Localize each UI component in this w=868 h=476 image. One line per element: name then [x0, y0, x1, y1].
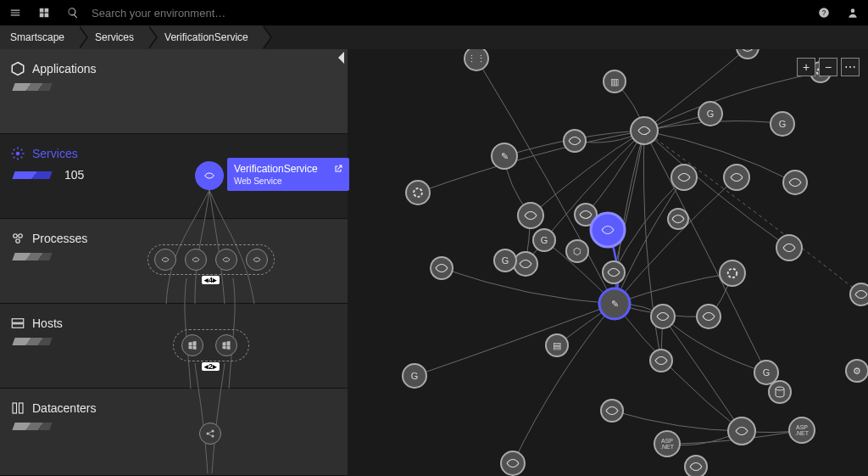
zoom-in-label: +: [803, 60, 810, 74]
topology-graph[interactable]: + − ⋯ ▥✎✎⋮⋮▤GGGGGASP.NETASP.NET⚙⬡G: [348, 49, 868, 476]
graph-edge: [644, 131, 789, 248]
graph-node[interactable]: [776, 235, 802, 260]
graph-node[interactable]: [668, 209, 688, 229]
user-button[interactable]: [844, 4, 861, 21]
zoom-in-button[interactable]: +: [797, 58, 815, 76]
graph-edge: [586, 131, 644, 215]
datacenter-node[interactable]: [199, 423, 221, 445]
svg-text:⚙: ⚙: [853, 366, 861, 376]
graph-node[interactable]: G: [403, 364, 426, 388]
graph-node[interactable]: [850, 283, 868, 305]
graph-node[interactable]: ⬡: [566, 240, 588, 262]
svg-point-23: [514, 252, 537, 276]
graph-node[interactable]: G: [698, 102, 722, 126]
layer-processes-header[interactable]: Processes: [10, 231, 125, 246]
graph-node[interactable]: [685, 456, 707, 476]
svg-rect-7: [12, 319, 24, 323]
graph-node[interactable]: [671, 165, 697, 190]
external-link-icon: [333, 164, 343, 174]
svg-point-25: [603, 261, 625, 283]
layer-label: Services: [32, 147, 78, 160]
layer-applications-header[interactable]: Applications: [10, 61, 125, 76]
graph-node[interactable]: G: [771, 112, 794, 136]
graph-node[interactable]: [783, 171, 807, 194]
svg-point-32: [724, 165, 749, 190]
layer-hosts: Hosts ◂2▸: [0, 304, 348, 389]
svg-point-33: [651, 305, 675, 328]
svg-point-44: [728, 417, 755, 445]
graph-node[interactable]: G: [754, 361, 778, 384]
topbar: ?: [0, 0, 868, 25]
svg-point-4: [14, 234, 18, 238]
tooltip-subtitle: Web Service: [234, 176, 342, 186]
graph-node[interactable]: [651, 305, 675, 328]
graph-node[interactable]: [603, 261, 625, 283]
graph-node[interactable]: ✎: [599, 288, 630, 319]
layer-stripe: [12, 338, 52, 345]
graph-node[interactable]: [769, 381, 791, 403]
tooltip-open-button[interactable]: [332, 163, 344, 175]
svg-point-22: [518, 203, 543, 228]
svg-text:G: G: [707, 109, 715, 119]
graph-node[interactable]: [431, 257, 453, 279]
layer-services-header[interactable]: Services: [10, 146, 125, 161]
datacenter-icon: [10, 400, 25, 416]
graph-node[interactable]: [631, 117, 658, 144]
graph-edge: [663, 316, 742, 431]
graph-canvas[interactable]: ▥✎✎⋮⋮▤GGGGGASP.NETASP.NET⚙⬡G: [348, 49, 868, 476]
graph-node[interactable]: [601, 400, 623, 422]
graph-edge: [415, 304, 615, 376]
layer-datacenters-header[interactable]: Datacenters: [10, 400, 125, 416]
dashboard-button[interactable]: [36, 4, 53, 21]
help-button[interactable]: ?: [815, 4, 832, 21]
graph-node[interactable]: ▤: [546, 334, 568, 356]
breadcrumb-services[interactable]: Services: [78, 25, 147, 49]
layer-applications: Applications: [0, 49, 348, 134]
graph-node[interactable]: G: [533, 229, 555, 251]
svg-point-20: [406, 181, 430, 204]
svg-point-75: [685, 456, 707, 476]
graph-node[interactable]: [650, 350, 672, 372]
layer-datacenters: Datacenters: [0, 389, 348, 476]
layer-hosts-header[interactable]: Hosts: [10, 316, 125, 331]
graph-node[interactable]: [514, 252, 537, 276]
search-area: [64, 4, 804, 21]
graph-node[interactable]: [591, 213, 625, 247]
graph-node[interactable]: [697, 305, 721, 328]
graph-node[interactable]: [724, 165, 749, 190]
graph-node[interactable]: ▥: [604, 70, 626, 92]
zoom-out-button[interactable]: −: [819, 58, 837, 76]
menu-button[interactable]: [7, 4, 24, 21]
graph-node[interactable]: ASP.NET: [654, 431, 680, 456]
breadcrumb-smartscape[interactable]: Smartscape: [0, 25, 78, 49]
svg-text:.NET: .NET: [795, 430, 810, 436]
svg-point-54: [650, 350, 672, 372]
svg-text:▤: ▤: [553, 340, 561, 350]
graph-node[interactable]: [406, 181, 430, 204]
graph-node[interactable]: [728, 417, 755, 445]
graph-node[interactable]: [720, 260, 745, 286]
search-input[interactable]: [90, 6, 344, 20]
svg-text:G: G: [779, 119, 787, 129]
graph-node[interactable]: [564, 130, 586, 152]
layer-stripe: [12, 171, 52, 179]
crumb-label: Smartscape: [10, 31, 64, 43]
graph-more-button[interactable]: ⋯: [841, 58, 860, 76]
graph-node[interactable]: [501, 451, 525, 475]
svg-point-2: [851, 8, 855, 13]
graph-node[interactable]: ⚙: [846, 360, 868, 382]
graph-node[interactable]: [518, 203, 543, 228]
graph-node[interactable]: ASP.NET: [789, 417, 815, 443]
graph-node[interactable]: G: [494, 249, 516, 272]
graph-node[interactable]: ✎: [492, 143, 517, 169]
node-tooltip: VerificationService Web Service: [227, 158, 349, 191]
crumb-label: Services: [95, 31, 134, 43]
breadcrumb-current[interactable]: VerificationService: [147, 25, 262, 49]
graph-node[interactable]: [737, 49, 759, 59]
svg-text:?: ?: [822, 9, 826, 17]
svg-rect-10: [19, 403, 24, 413]
hosts-icon: [10, 316, 25, 331]
graph-node[interactable]: ⋮⋮: [465, 49, 488, 70]
search-button[interactable]: [64, 4, 81, 21]
svg-text:✎: ✎: [611, 299, 619, 309]
